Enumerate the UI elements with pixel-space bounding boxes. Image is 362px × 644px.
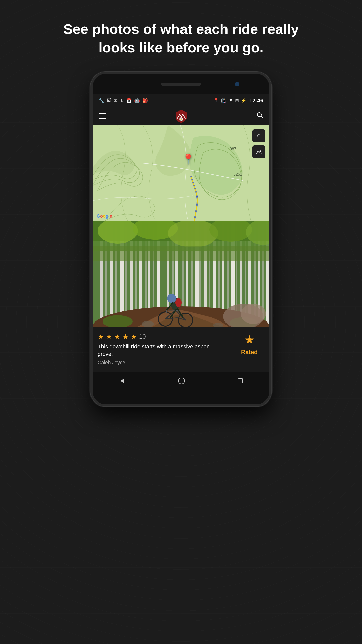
svg-text:087: 087 bbox=[230, 147, 236, 151]
status-icons-left: 🔧 🖼 ✉ ⬇ 📅 🤖 🎒 bbox=[99, 98, 148, 103]
app-header: 🚴 bbox=[93, 107, 269, 125]
terrain-button[interactable] bbox=[252, 145, 265, 158]
map-area[interactable]: 087 5251 📍 bbox=[93, 125, 269, 221]
email-icon: ✉ bbox=[114, 98, 117, 103]
svg-point-57 bbox=[168, 221, 218, 247]
wrench-icon: 🔧 bbox=[99, 98, 104, 103]
status-icons-right: 📍 📳 ▼ ⊟ ⚡ 12:46 bbox=[213, 97, 263, 104]
phone-device: 🔧 🖼 ✉ ⬇ 📅 🤖 🎒 📍 📳 ▼ ⊟ ⚡ 12: bbox=[90, 72, 272, 407]
svg-point-84 bbox=[178, 378, 185, 384]
svg-point-82 bbox=[241, 304, 266, 324]
rated-section: ★ Rated bbox=[234, 333, 264, 356]
google-watermark: Google bbox=[97, 214, 112, 219]
rated-star-icon: ★ bbox=[244, 333, 255, 347]
review-section: ★ ★ ★ ★ ★ 10 This downhill ride starts w… bbox=[93, 327, 269, 372]
vibrate-icon: 📳 bbox=[221, 98, 227, 103]
svg-text:🚴: 🚴 bbox=[180, 118, 183, 121]
phone-bottom-bezel bbox=[93, 392, 269, 404]
svg-rect-85 bbox=[238, 379, 243, 383]
wifi-icon: ▼ bbox=[229, 98, 233, 103]
star-2: ★ bbox=[106, 333, 112, 341]
stars-row: ★ ★ ★ ★ ★ 10 bbox=[98, 333, 222, 341]
review-text: This downhill ride starts with a massive… bbox=[98, 343, 222, 358]
phone-screen: 🔧 🖼 ✉ ⬇ 📅 🤖 🎒 📍 📳 ▼ ⊟ ⚡ 12: bbox=[93, 94, 269, 392]
status-time: 12:46 bbox=[249, 97, 263, 104]
svg-point-76 bbox=[167, 294, 176, 303]
page-wrapper: See photos of what each ride really look… bbox=[0, 0, 362, 644]
back-button[interactable] bbox=[118, 377, 126, 386]
ride-photo bbox=[93, 221, 269, 327]
phone-speaker bbox=[161, 83, 201, 86]
topo-map: 087 5251 📍 bbox=[93, 125, 269, 221]
bottom-nav bbox=[93, 372, 269, 392]
rated-label: Rated bbox=[241, 349, 258, 356]
divider bbox=[228, 333, 228, 366]
app-logo: 🚴 bbox=[174, 109, 188, 123]
star-5: ★ bbox=[131, 333, 137, 341]
reviewer-name: Caleb Joyce bbox=[98, 360, 222, 366]
phone-camera bbox=[235, 82, 239, 86]
svg-line-3 bbox=[261, 116, 263, 118]
svg-text:5251: 5251 bbox=[233, 172, 242, 176]
signal-icon: ⊟ bbox=[235, 98, 239, 103]
location-icon: 📍 bbox=[213, 98, 219, 103]
battery-icon: ⚡ bbox=[241, 98, 246, 103]
content-wrapper: See photos of what each ride really look… bbox=[0, 0, 362, 406]
download-icon: ⬇ bbox=[120, 98, 124, 103]
location-button[interactable] bbox=[252, 129, 265, 142]
svg-point-80 bbox=[175, 298, 182, 307]
calendar-icon: 📅 bbox=[126, 98, 132, 103]
bag-icon: 🎒 bbox=[142, 98, 148, 103]
svg-point-7 bbox=[258, 135, 260, 137]
robot-icon: 🤖 bbox=[134, 98, 140, 103]
phone-top-bezel bbox=[93, 74, 269, 94]
star-3: ★ bbox=[114, 333, 120, 341]
svg-marker-83 bbox=[120, 378, 124, 383]
review-count: 10 bbox=[139, 333, 146, 340]
recent-apps-button[interactable] bbox=[237, 378, 244, 386]
svg-rect-60 bbox=[93, 246, 269, 261]
hamburger-menu-button[interactable] bbox=[99, 113, 106, 119]
map-location-pin: 📍 bbox=[182, 153, 194, 165]
review-left: ★ ★ ★ ★ ★ 10 This downhill ride starts w… bbox=[98, 333, 222, 366]
star-1: ★ bbox=[98, 333, 104, 341]
status-bar: 🔧 🖼 ✉ ⬇ 📅 🤖 🎒 📍 📳 ▼ ⊟ ⚡ 12: bbox=[93, 94, 269, 107]
phone-side-button bbox=[270, 149, 272, 170]
home-button[interactable] bbox=[178, 377, 185, 386]
star-4: ★ bbox=[122, 333, 129, 341]
search-button[interactable] bbox=[256, 112, 263, 120]
image-icon: 🖼 bbox=[107, 98, 111, 103]
hero-title: See photos of what each ride really look… bbox=[0, 0, 362, 72]
